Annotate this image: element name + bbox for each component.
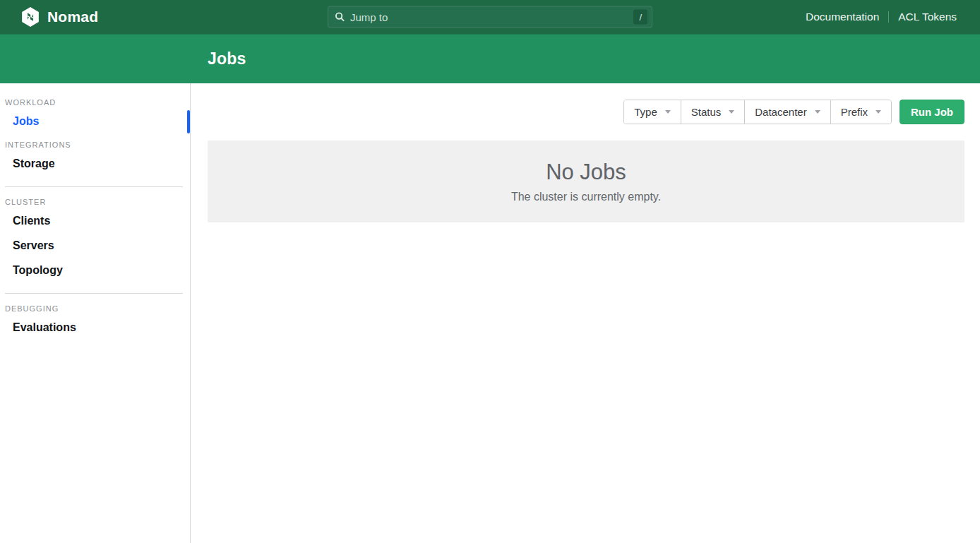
sidebar-section-workload: WORKLOAD	[0, 92, 190, 109]
acl-tokens-link[interactable]: ACL Tokens	[898, 11, 957, 23]
sidebar-divider	[5, 293, 183, 294]
filter-bar: Type Status Datacenter Prefix	[623, 100, 892, 124]
filter-type-label: Type	[634, 106, 657, 118]
search-input[interactable]	[350, 11, 633, 23]
empty-state-message: The cluster is currently empty.	[511, 191, 661, 203]
link-separator	[888, 11, 889, 23]
brand-name: Nomad	[47, 8, 98, 25]
chevron-down-icon	[876, 110, 881, 114]
jump-to-search[interactable]: /	[328, 6, 652, 28]
filter-prefix-label: Prefix	[841, 106, 868, 118]
empty-state-title: No Jobs	[546, 160, 626, 185]
chevron-down-icon	[665, 110, 671, 114]
filter-datacenter-dropdown[interactable]: Datacenter	[745, 100, 830, 124]
documentation-link[interactable]: Documentation	[806, 11, 879, 23]
layout: WORKLOAD Jobs INTEGRATIONS Storage CLUST…	[0, 83, 980, 543]
filter-type-dropdown[interactable]: Type	[624, 100, 681, 124]
nomad-logo-link[interactable]: Nomad	[21, 7, 98, 27]
sidebar-section-cluster: CLUSTER	[0, 191, 190, 209]
sidebar-item-storage[interactable]: Storage	[0, 152, 190, 177]
main-content: Type Status Datacenter Prefix Run Job	[191, 83, 980, 543]
filter-status-label: Status	[691, 106, 722, 118]
sidebar-item-clients[interactable]: Clients	[0, 209, 190, 234]
empty-state: No Jobs The cluster is currently empty.	[208, 141, 964, 222]
sidebar-item-topology[interactable]: Topology	[0, 258, 190, 283]
filter-prefix-dropdown[interactable]: Prefix	[831, 100, 891, 124]
sidebar-section-debugging: DEBUGGING	[0, 298, 190, 316]
toolbar: Type Status Datacenter Prefix Run Job	[208, 100, 964, 124]
sidebar-section-integrations: INTEGRATIONS	[0, 134, 190, 152]
chevron-down-icon	[815, 110, 820, 114]
run-job-button[interactable]: Run Job	[900, 100, 964, 124]
slash-shortcut-badge: /	[633, 10, 647, 25]
page-header: Jobs	[0, 34, 980, 83]
filter-status-dropdown[interactable]: Status	[681, 100, 746, 124]
sidebar-divider	[5, 186, 183, 187]
top-navbar: Nomad / Documentation ACL Tokens	[0, 0, 980, 34]
page-title: Jobs	[208, 49, 246, 68]
topnav-links: Documentation ACL Tokens	[806, 11, 957, 23]
sidebar-item-servers[interactable]: Servers	[0, 234, 190, 258]
chevron-down-icon	[729, 110, 734, 114]
nomad-logo-icon	[21, 7, 40, 27]
sidebar-item-jobs[interactable]: Jobs	[0, 109, 190, 134]
sidebar-item-evaluations[interactable]: Evaluations	[0, 316, 190, 340]
search-icon	[335, 12, 345, 23]
sidebar: WORKLOAD Jobs INTEGRATIONS Storage CLUST…	[0, 83, 191, 543]
filter-datacenter-label: Datacenter	[755, 106, 806, 118]
